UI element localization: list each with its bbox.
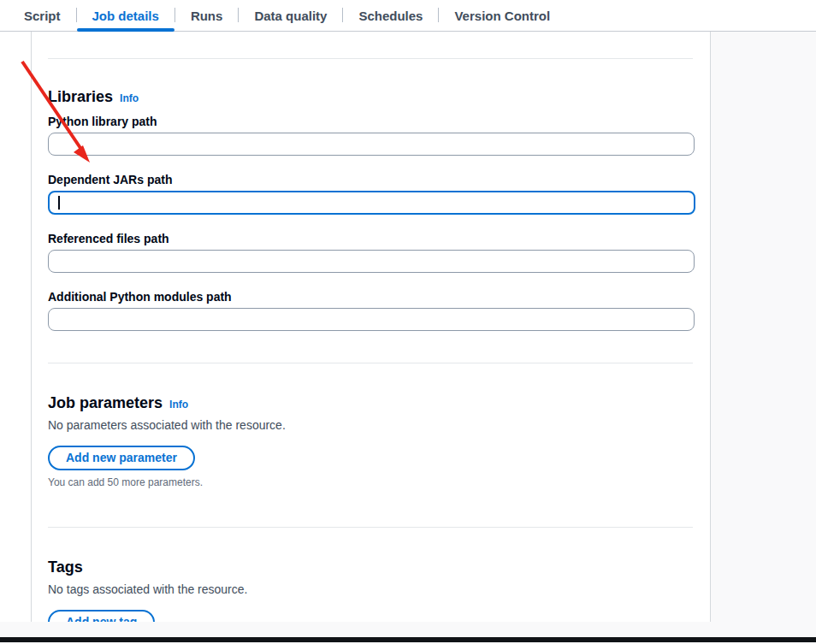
section-divider xyxy=(48,58,693,59)
dependent-jars-path-input[interactable] xyxy=(48,191,695,215)
additional-python-modules-path-label: Additional Python modules path xyxy=(48,289,693,304)
tab-data-quality[interactable]: Data quality xyxy=(239,0,342,31)
job-parameters-info-link[interactable]: Info xyxy=(169,399,188,411)
additional-python-modules-path-input[interactable] xyxy=(48,308,695,331)
libraries-heading: Libraries Info xyxy=(48,88,693,106)
libraries-title: Libraries xyxy=(48,88,113,106)
job-parameters-title: Job parameters xyxy=(48,394,163,412)
right-gutter xyxy=(711,32,816,637)
dependent-jars-path-input-wrap xyxy=(48,191,695,215)
referenced-files-path-label: Referenced files path xyxy=(48,231,693,246)
bottom-gutter xyxy=(0,622,816,637)
tab-schedules[interactable]: Schedules xyxy=(343,0,438,31)
dependent-jars-path-label: Dependent JARs path xyxy=(48,172,693,187)
tags-title: Tags xyxy=(48,558,83,576)
python-library-path-input[interactable] xyxy=(48,133,695,156)
job-tabs: Script Job details Runs Data quality Sch… xyxy=(0,0,816,32)
tab-version-control[interactable]: Version Control xyxy=(439,0,565,31)
section-divider xyxy=(48,527,693,528)
section-divider xyxy=(48,363,693,363)
job-parameters-heading: Job parameters Info xyxy=(48,394,693,412)
add-new-parameter-button[interactable]: Add new parameter xyxy=(48,446,195,470)
python-library-path-label: Python library path xyxy=(48,114,693,129)
add-new-tag-button[interactable]: Add new tag xyxy=(48,610,155,622)
job-parameters-empty-text: No parameters associated with the resour… xyxy=(48,417,693,434)
job-parameters-hint-text: You can add 50 more parameters. xyxy=(48,476,693,488)
tab-job-details[interactable]: Job details xyxy=(77,0,174,31)
job-details-panel: Libraries Info Python library path Depen… xyxy=(31,32,711,622)
tags-empty-text: No tags associated with the resource. xyxy=(48,581,693,598)
text-cursor xyxy=(58,196,60,210)
referenced-files-path-input[interactable] xyxy=(48,250,695,273)
tags-heading: Tags xyxy=(48,558,693,576)
tab-runs[interactable]: Runs xyxy=(175,0,239,31)
libraries-info-link[interactable]: Info xyxy=(120,92,139,104)
bottom-window-edge xyxy=(0,637,816,642)
tab-script[interactable]: Script xyxy=(9,0,76,31)
